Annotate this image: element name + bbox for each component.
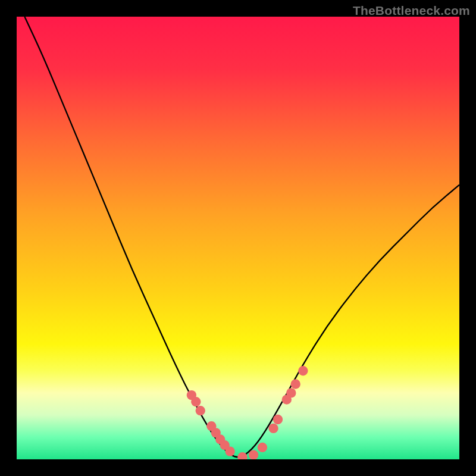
chart-frame: TheBottleneck.com	[0, 0, 476, 476]
marker-dot	[286, 388, 296, 397]
bottleneck-curve	[24, 17, 459, 457]
marker-dot	[191, 397, 201, 406]
near-min-markers	[187, 366, 308, 459]
marker-dot	[225, 446, 234, 456]
curve-layer	[17, 17, 459, 459]
marker-dot	[249, 450, 258, 459]
plot-area	[17, 17, 459, 459]
marker-dot	[268, 424, 278, 433]
marker-dot	[258, 443, 267, 452]
marker-dot	[196, 406, 205, 415]
marker-dot	[291, 379, 300, 389]
marker-dot	[298, 366, 308, 375]
watermark-text: TheBottleneck.com	[353, 4, 470, 18]
marker-dot	[273, 415, 283, 424]
